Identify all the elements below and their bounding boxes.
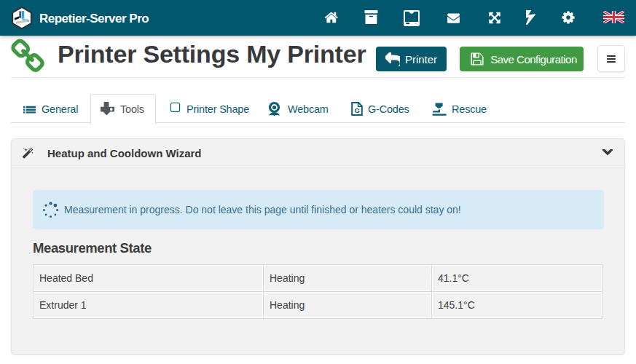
svg-text:G: G [355, 106, 360, 114]
